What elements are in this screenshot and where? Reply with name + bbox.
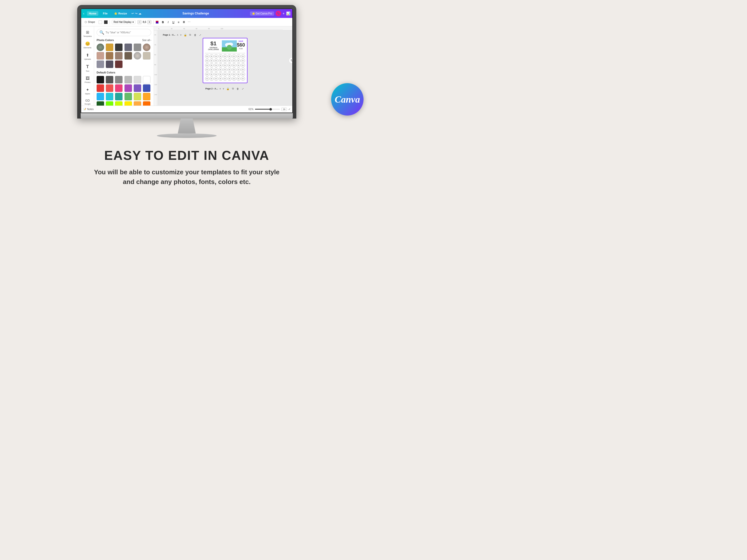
sidebar-item-templates[interactable]: ⊞ Templates <box>82 28 93 39</box>
copy-icon[interactable]: ⧉ <box>188 33 192 37</box>
def-swatch-9[interactable] <box>125 84 132 92</box>
photo-swatch-6[interactable] <box>97 52 104 59</box>
def-swatch-20[interactable] <box>115 101 123 106</box>
def-swatch-21[interactable] <box>125 101 132 106</box>
bold-button[interactable]: B <box>161 20 165 24</box>
def-swatch-13[interactable] <box>106 93 113 100</box>
nav-file[interactable]: File <box>101 11 109 16</box>
zoom-slider-thumb[interactable] <box>269 108 272 110</box>
photo-swatch-9[interactable] <box>125 52 132 59</box>
undo-icon[interactable]: ↩ <box>131 12 134 15</box>
dollar-circle: $1 <box>218 59 223 63</box>
sidebar-item-drive[interactable]: GD Google Drive <box>82 97 93 106</box>
lock-icon[interactable]: 🔒 <box>183 33 187 37</box>
dotted-divider <box>205 53 245 53</box>
def-swatch-17[interactable] <box>143 93 150 100</box>
photo-swatch-0[interactable] <box>97 44 104 51</box>
dollar-circle: $1 <box>228 54 232 58</box>
fullscreen-icon[interactable]: ⤢ <box>288 108 290 110</box>
def-swatch-12[interactable] <box>97 93 104 100</box>
page2-copy-icon[interactable]: ⧉ <box>231 87 235 91</box>
def-swatch-19[interactable] <box>106 101 113 106</box>
sidebar-item-photos[interactable]: 🖼 Photos <box>82 75 93 85</box>
def-swatch-1[interactable] <box>106 76 113 83</box>
canva-logo: Canva <box>331 83 364 116</box>
def-swatch-6[interactable] <box>97 84 104 92</box>
def-swatch-5[interactable] <box>143 76 150 83</box>
def-swatch-10[interactable] <box>134 84 141 92</box>
stroke-swatch[interactable] <box>104 20 108 24</box>
notes-button[interactable]: 📝 Notes <box>83 108 94 110</box>
photo-swatch-3[interactable] <box>125 44 132 51</box>
def-swatch-16[interactable] <box>134 93 141 100</box>
text-color-swatch[interactable] <box>156 21 159 24</box>
sidebar-item-uploads[interactable]: ⬆ Uploads <box>82 51 93 62</box>
photo-swatch-10[interactable] <box>134 52 141 59</box>
page2-lock-icon[interactable]: 🔒 <box>226 87 230 91</box>
photo-swatch-11[interactable] <box>143 52 150 59</box>
see-all-link[interactable]: See all › <box>142 39 151 42</box>
back-icon[interactable]: ‹ <box>83 11 84 16</box>
sidebar-item-elements[interactable]: 😊 Elements <box>82 40 93 50</box>
photo-swatch-2[interactable] <box>115 44 123 51</box>
bottom-bar: 📝 Notes 61% 26 ⤢ <box>81 106 292 112</box>
nav-home[interactable]: Home <box>87 11 99 16</box>
font-size-minus[interactable]: − <box>137 20 141 24</box>
def-swatch-15[interactable] <box>125 93 132 100</box>
sidebar-item-styles[interactable]: ✦ Styles <box>82 86 93 96</box>
analytics-icon[interactable]: 📊 <box>286 11 290 16</box>
search-input[interactable] <box>106 31 148 34</box>
photo-swatch-13[interactable] <box>106 60 113 68</box>
list-button[interactable]: ≣ <box>182 20 186 24</box>
page2-export-icon[interactable]: ⤢ <box>241 87 245 91</box>
dollar-circle: $1 <box>223 72 227 76</box>
sidebar-item-text[interactable]: T Text <box>82 63 93 74</box>
search-bar[interactable]: 🔍 <box>97 29 151 36</box>
def-swatch-18[interactable] <box>97 101 104 106</box>
def-swatch-4[interactable] <box>134 76 141 83</box>
photo-swatch-8[interactable] <box>115 52 123 59</box>
def-swatch-23[interactable] <box>143 101 150 106</box>
redo-icon[interactable]: ↪ <box>135 12 137 15</box>
undo-redo-group: ↩ ↪ ☁ <box>131 12 141 15</box>
photo-swatch-4[interactable] <box>134 44 141 51</box>
font-selector[interactable]: Red Hat Display ▾ <box>112 20 135 24</box>
dollar-circle: $1 <box>236 54 240 58</box>
more-button[interactable]: ⋯ <box>187 20 191 24</box>
def-swatch-0[interactable] <box>97 76 104 83</box>
underline-button[interactable]: U <box>171 20 176 24</box>
photo-swatch-5[interactable] <box>143 44 150 51</box>
nav-resize[interactable]: ⭐ Resize <box>112 11 129 16</box>
svg-text:20: 20 <box>171 28 173 29</box>
align-button[interactable]: ≡ <box>176 20 181 24</box>
page2-delete-icon[interactable]: 🗑 <box>236 87 240 91</box>
def-swatch-11[interactable] <box>143 84 150 92</box>
font-size-plus[interactable]: + <box>148 20 151 24</box>
def-swatch-8[interactable] <box>115 84 123 92</box>
shape-button[interactable]: ⬡ Shape <box>83 20 97 24</box>
get-pro-button[interactable]: 🌟 Get Canva Pro <box>250 11 274 16</box>
export-icon[interactable]: ⤢ <box>198 33 202 37</box>
italic-button[interactable]: I <box>166 20 170 24</box>
add-icon[interactable]: + <box>283 11 285 16</box>
photo-swatch-7[interactable] <box>106 52 113 59</box>
def-swatch-22[interactable] <box>134 101 141 106</box>
dollar-amount: $1 <box>205 40 222 47</box>
notes-icon: 📝 <box>83 108 86 110</box>
delete-icon[interactable]: 🗑 <box>193 33 197 37</box>
def-swatch-2[interactable] <box>115 76 123 83</box>
color-swatch[interactable] <box>99 20 102 24</box>
left-sidebar: ⊞ Templates 😊 Elements ⬆ Uploads <box>81 26 94 106</box>
dollar-circle: $1 <box>232 54 236 58</box>
photo-swatch-1[interactable] <box>106 44 113 51</box>
def-swatch-14[interactable] <box>115 93 123 100</box>
canva-logo-text: Canva <box>335 94 360 105</box>
photo-swatch-12[interactable] <box>97 60 104 68</box>
def-swatch-7[interactable] <box>106 84 113 92</box>
def-swatch-3[interactable] <box>125 76 132 83</box>
refresh-button[interactable]: ↻ <box>289 57 292 63</box>
photo-swatch-14[interactable] <box>115 60 123 68</box>
save-for-label: FOR <box>237 48 245 50</box>
dollar-circle: $1 <box>241 72 245 76</box>
zoom-slider-track[interactable] <box>255 109 280 109</box>
